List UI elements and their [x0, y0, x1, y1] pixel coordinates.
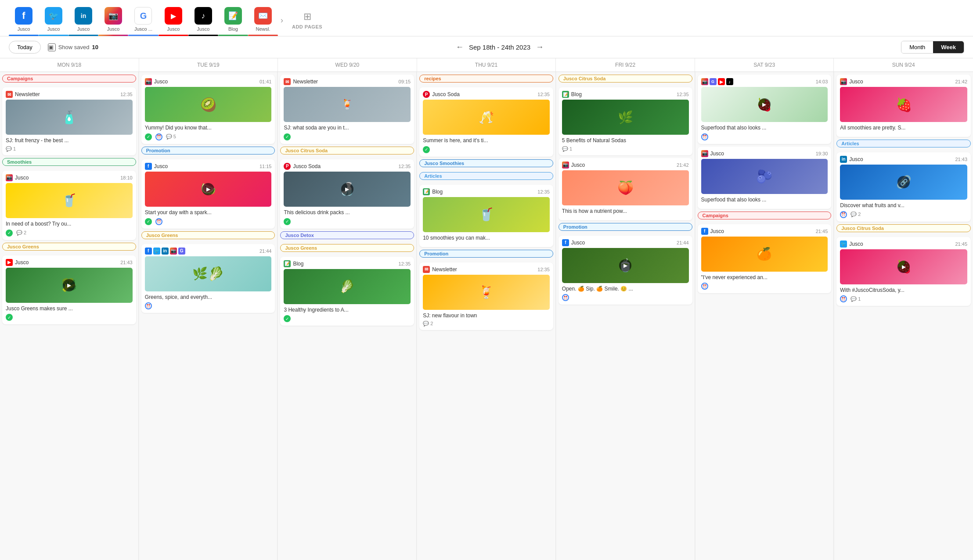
- nav-label-news: Newsl.: [256, 26, 270, 32]
- nav-underline-blog: [218, 35, 248, 36]
- jusco-greens-badge2: Jusco Greens: [141, 231, 275, 239]
- card-fb-fri[interactable]: f Jusco 21:44 🍵 ▶ Open. 🍊 Sip. 🍊 Smile. …: [559, 236, 692, 305]
- card-time: 12:35: [537, 189, 550, 194]
- card-blog-wed[interactable]: 📝 Blog 12:35 🥬 3 Healthy Ingredients to …: [280, 257, 414, 326]
- card-promo-tue[interactable]: f Jusco 11:15 🍉 ▶ Start your day with a …: [141, 159, 275, 229]
- play-button[interactable]: ▶: [63, 279, 75, 291]
- platform-label: f Jusco: [701, 228, 724, 235]
- nav-item-google[interactable]: G Jusco ...: [128, 4, 159, 36]
- platform-label: 📝 Blog: [562, 91, 582, 98]
- newsletter-icon: ✉: [284, 78, 291, 85]
- play-button[interactable]: ▶: [619, 259, 631, 272]
- check-icon: ✓: [423, 146, 430, 153]
- day-header-tue: TUE 9/19: [139, 58, 278, 72]
- card-image: 🥂: [423, 100, 550, 135]
- card-text: Superfood that also looks ...: [701, 124, 828, 132]
- play-button[interactable]: ▶: [897, 261, 910, 273]
- card-header: P Jusco Soda 12:35: [423, 91, 550, 98]
- clock-icon: ⏰: [145, 302, 152, 309]
- nav-item-tiktok[interactable]: ♪ Jusco: [188, 4, 218, 36]
- card-text: Start your day with a spark...: [145, 209, 272, 216]
- add-pages-button[interactable]: ⊞ ADD PAGES: [286, 8, 328, 32]
- card-newsletter-mon[interactable]: ✉ Newsletter 12:35 🧴 SJ: fruit frenzy - …: [2, 87, 136, 155]
- card-header: 📷 Jusco 18:10: [6, 174, 133, 181]
- newsletter-platform-icon: ✉: [6, 91, 13, 98]
- blog-icon: 📝: [224, 7, 242, 25]
- card-footer: ⏰: [701, 133, 828, 140]
- card-image-wrap: 🍉 ▶: [145, 172, 272, 207]
- plus-icon: ⊞: [303, 11, 311, 22]
- card-text: SJ: fruit frenzy - the best ...: [6, 137, 133, 144]
- card-header: ✉ Newsletter 12:35: [6, 91, 133, 98]
- tw-icon: 🐦: [840, 241, 847, 248]
- play-button[interactable]: ▶: [341, 183, 353, 195]
- ig-icon: 📷: [170, 248, 177, 255]
- card-ig-tue[interactable]: 📷 Jusco 01:41 Yummy! Did you know that..…: [141, 75, 275, 144]
- nav-label-fb: Jusco: [18, 26, 30, 32]
- ig-icon: 📷: [145, 78, 152, 85]
- nav-item-facebook[interactable]: f Jusco: [9, 4, 39, 36]
- day-header-sat: SAT 9/23: [695, 58, 834, 72]
- card-blog-fri[interactable]: 📝 Blog 12:35 🌿 5 Benefits of Natural Sod…: [559, 87, 692, 155]
- articles-badge: Articles: [419, 172, 553, 180]
- nav-chevron-right[interactable]: ›: [278, 16, 286, 25]
- day-column-mon: Campaigns ✉ Newsletter 12:35 🧴 SJ: fruit…: [0, 72, 139, 560]
- today-button[interactable]: Today: [9, 41, 41, 54]
- nav-item-instagram[interactable]: 📷 Jusco: [98, 4, 128, 36]
- card-text: Greens, spice, and everyth...: [145, 294, 272, 301]
- clock-icon: ⏰: [562, 294, 569, 301]
- nav-item-linkedin[interactable]: in Jusco: [68, 4, 98, 36]
- clock-icon: ⏰: [155, 218, 162, 225]
- card-header: P Jusco Soda 12:35: [284, 163, 411, 170]
- nav-label-ig: Jusco: [107, 26, 120, 32]
- nav-label-tk: Jusco: [197, 26, 210, 32]
- card-newsletter-wed[interactable]: ✉ Newsletter 09:15 🍹 SJ: what soda are y…: [280, 75, 414, 144]
- top-nav: f Jusco 🐦 Jusco in Jusco 📷 Jusco G Jusco…: [0, 0, 973, 36]
- card-time: 21:42: [677, 162, 689, 168]
- card-ig-sat2[interactable]: 📷 Jusco 19:30 Superfood that also looks …: [698, 147, 832, 209]
- clock-icon: ⏰: [701, 133, 708, 140]
- card-greens-tue[interactable]: f 🐦 in 📷 G 21:44 🌿 Greens, spice, and ev…: [141, 244, 275, 313]
- blog-icon: 📝: [423, 188, 430, 195]
- nav-item-youtube[interactable]: ▶ Jusco: [159, 4, 188, 36]
- card-footer: 💬 1: [6, 146, 133, 152]
- calendar-body: Campaigns ✉ Newsletter 12:35 🧴 SJ: fruit…: [0, 72, 973, 560]
- card-text: This delicious drink packs ...: [284, 209, 411, 216]
- card-recipes-thu[interactable]: P Jusco Soda 12:35 🥂 Summer is here, and…: [419, 87, 553, 157]
- prev-week-button[interactable]: ←: [456, 43, 464, 52]
- platform-label: P Jusco Soda: [423, 91, 460, 98]
- card-blog-thu[interactable]: 📝 Blog 12:35 🥤 10 smoothies you can mak.…: [419, 185, 553, 247]
- check-icon: ✓: [284, 315, 291, 322]
- card-time: 11:15: [259, 164, 272, 169]
- card-promo-thu[interactable]: ✉ Newsletter 12:35 🍹 SJ: new flavour in …: [419, 262, 553, 330]
- link-button[interactable]: 🔗: [897, 176, 910, 188]
- card-li-sun[interactable]: in Jusco 21:43 🔗 🔗 Discover what fruits …: [836, 152, 971, 222]
- play-button[interactable]: ▶: [202, 183, 214, 195]
- twitter-icon: 🐦: [45, 7, 62, 25]
- card-ig-fri[interactable]: 📷 Jusco 21:42 This is how a nutrient pow…: [559, 158, 692, 220]
- platform-label: 🐦 Jusco: [840, 241, 863, 248]
- card-fb-sat[interactable]: f Jusco 21:45 🍊 "I've never experienced …: [698, 224, 832, 294]
- citrus-badge-fri: Jusco Citrus Soda: [559, 75, 692, 83]
- show-saved-toggle[interactable]: ▣ Show saved 10: [48, 43, 98, 51]
- card-citrus-sun[interactable]: 🐦 Jusco 21:45 🍓 ▶ With #JuscoCitrusSoda,…: [836, 237, 971, 306]
- nav-item-blog[interactable]: 📝 Blog: [218, 4, 248, 36]
- card-image: 🍹: [423, 275, 550, 310]
- day-column-thu: recipes P Jusco Soda 12:35 🥂 Summer is h…: [417, 72, 556, 560]
- nav-item-twitter[interactable]: 🐦 Jusco: [39, 4, 68, 36]
- month-view-button[interactable]: Month: [901, 41, 933, 53]
- card-text: Yummy! Did you know that...: [145, 124, 272, 132]
- card-smoothies-mon[interactable]: 📷 Jusco 18:10 🥤 In need of a boost? Try …: [2, 171, 136, 240]
- card-image: 🍊: [701, 237, 828, 272]
- newsletter-icon: ✉: [423, 266, 430, 273]
- citrus-soda-badge: Jusco Citrus Soda: [280, 147, 414, 154]
- card-greens-mon[interactable]: ▶ Jusco 21:43 🥦 ▶ Jusco Greens makes sur…: [2, 255, 136, 325]
- nav-item-newsletter[interactable]: ✉️ Newsl.: [248, 4, 278, 36]
- week-view-button[interactable]: Week: [933, 41, 964, 53]
- card-citrus-wed[interactable]: P Jusco Soda 12:35 🍶 ▶ This delicious dr…: [280, 159, 414, 229]
- card-ig-sun[interactable]: 📷 Jusco 21:42 All smoothies are pretty. …: [836, 75, 971, 137]
- card-multi-sat[interactable]: 📷 G ▶ ♪ 14:03 🍓 ▶ Superfood that also lo…: [698, 75, 832, 144]
- fb-icon: f: [145, 248, 152, 255]
- next-week-button[interactable]: →: [536, 43, 544, 52]
- play-button[interactable]: ▶: [758, 98, 771, 111]
